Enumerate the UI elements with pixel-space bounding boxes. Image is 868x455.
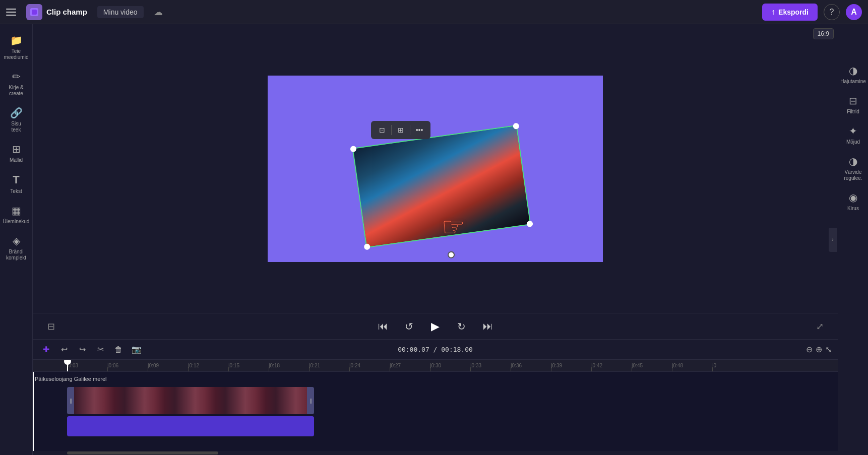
hajutamine-label: Hajutamine <box>840 79 866 85</box>
ruler-marks <box>33 360 838 371</box>
ruler-mark <box>511 360 551 371</box>
menu-button[interactable] <box>6 6 18 18</box>
add-media-button[interactable]: ✚ <box>39 343 53 357</box>
toolbar-divider <box>391 125 392 135</box>
redo-button[interactable]: ↪ <box>75 343 89 357</box>
resize-handle-tl[interactable] <box>350 145 357 152</box>
hajutamine-icon: ◑ <box>849 64 857 77</box>
right-panel-filters[interactable]: ⊟ Filtrid <box>840 91 867 119</box>
media-icon: 📁 <box>10 34 23 46</box>
play-button[interactable]: ▶ <box>427 318 444 335</box>
pip-button[interactable]: ⊞ <box>394 123 408 137</box>
sidebar-item-templates[interactable]: ⊞ Mallid <box>2 139 31 167</box>
cut-button[interactable]: ✂ <box>93 343 107 357</box>
clip-toolbar: ⊡ ⊞ ••• <box>371 121 430 139</box>
sidebar-media-label: Teie meediumid <box>4 48 29 60</box>
sidebar-text-create-label: Kirje & create <box>9 85 23 97</box>
resize-handle-tr[interactable] <box>513 122 520 129</box>
sidebar-transitions-label: Üleminekud <box>3 219 30 225</box>
ruler-mark <box>148 360 188 371</box>
right-sidebar: 16:9 ◑ Hajutamine ⊟ Filtrid ✦ Mõjud ◑ Vä… <box>838 24 868 455</box>
ruler-mark <box>228 360 269 371</box>
forward-button[interactable]: ↻ <box>454 318 470 335</box>
timeline-time-display: 00:00.07 / 00:18.00 <box>398 346 473 353</box>
purple-track[interactable] <box>67 416 314 436</box>
ruler-mark <box>551 360 591 371</box>
screen-capture-button[interactable]: ⊟ <box>43 318 59 335</box>
sidebar-templates-label: Mallid <box>10 157 23 163</box>
brand-icon: ◈ <box>13 235 20 247</box>
sidebar-content-label: Sisu teek <box>11 121 21 133</box>
rewind-button[interactable]: ↺ <box>401 318 417 335</box>
right-panel-color[interactable]: ◑ Värvide regulee. <box>840 151 867 185</box>
sidebar-item-brand[interactable]: ◈ Brändi komplekt <box>2 231 31 265</box>
timeline-scrollbar[interactable] <box>33 451 838 455</box>
right-panel-effects[interactable]: ✦ Mõjud <box>840 121 867 149</box>
left-sidebar: 📁 Teie meediumid ✏ Kirje & create 🔗 Sisu… <box>0 24 33 455</box>
fit-zoom-button[interactable]: ⤡ <box>825 345 832 354</box>
timeline-zoom-controls: ⊖ ⊕ ⤡ <box>806 345 832 354</box>
main-area: 📁 Teie meediumid ✏ Kirje & create 🔗 Sisu… <box>0 24 868 455</box>
avatar-button[interactable]: A <box>846 4 862 20</box>
fullscreen-button[interactable]: ⤢ <box>812 318 828 335</box>
sidebar-item-content[interactable]: 🔗 Sisu teek <box>2 103 31 137</box>
video-track[interactable]: ‖ ‖ <box>67 387 314 414</box>
skip-forward-button[interactable]: ⏭ <box>480 318 496 335</box>
resize-handle-bl[interactable] <box>363 243 370 250</box>
timeline-playhead[interactable] <box>67 360 68 371</box>
zoom-out-button[interactable]: ⊖ <box>806 345 813 354</box>
ruler-mark <box>67 360 107 371</box>
more-options-button[interactable]: ••• <box>412 123 426 137</box>
color-icon: ◑ <box>849 155 857 167</box>
right-panel-hajutamine[interactable]: ◑ Hajutamine <box>840 60 867 89</box>
delete-button[interactable]: 🗑 <box>111 343 126 357</box>
track-handle-left[interactable]: ‖ <box>67 387 74 414</box>
timeline-tracks: Päikeseloojang Galilee merel ‖ ‖ <box>33 372 838 451</box>
right-panel-volume[interactable]: ◉ Kirus <box>840 187 867 216</box>
filters-label: Filtrid <box>847 109 859 115</box>
ruler-mark <box>107 360 148 371</box>
templates-icon: ⊞ <box>12 143 21 155</box>
sidebar-item-text[interactable]: T Tekst <box>2 169 31 199</box>
track-handle-right[interactable]: ‖ <box>307 387 314 414</box>
transitions-icon: ▦ <box>12 205 21 217</box>
ruler-mark <box>269 360 309 371</box>
playback-controls: ⊟ ⏮ ↺ ▶ ↻ ⏭ ⤢ <box>33 313 838 339</box>
ruler-mark <box>309 360 349 371</box>
clip-in-preview[interactable] <box>352 125 531 248</box>
scrollbar-thumb[interactable] <box>67 451 218 454</box>
zoom-in-button[interactable]: ⊕ <box>816 345 822 354</box>
ruler-mark <box>470 360 511 371</box>
cloud-icon: ☁ <box>154 7 163 18</box>
export-button[interactable]: Ekspordi <box>762 4 818 21</box>
track-label: Päikeseloojang Galilee merel <box>35 376 106 382</box>
right-sidebar-collapse-button[interactable]: › <box>829 228 837 252</box>
crop-button[interactable]: ⊡ <box>375 123 389 137</box>
text-icon: T <box>13 173 19 186</box>
timeline-ruler <box>33 360 838 372</box>
svg-rect-1 <box>32 10 37 15</box>
ruler-mark <box>712 360 753 371</box>
undo-button[interactable]: ↩ <box>57 343 71 357</box>
project-name[interactable]: Minu video <box>97 6 144 18</box>
video-preview: ⊡ ⊞ ••• ☞ <box>33 24 838 313</box>
rotate-handle[interactable] <box>447 250 455 258</box>
sidebar-brand-label: Brändi komplekt <box>6 249 26 261</box>
track-content <box>74 387 307 414</box>
sidebar-item-text-create[interactable]: ✏ Kirje & create <box>2 67 31 101</box>
topbar-right: Ekspordi ? A <box>762 4 862 21</box>
effects-icon: ✦ <box>849 125 857 137</box>
tracks-playhead-line <box>33 372 34 451</box>
sidebar-item-media[interactable]: 📁 Teie meediumid <box>2 30 31 64</box>
ruler-mark <box>390 360 430 371</box>
resize-handle-br[interactable] <box>526 220 533 227</box>
logo-icon <box>26 4 42 20</box>
sidebar-item-transitions[interactable]: ▦ Üleminekud <box>2 201 31 229</box>
timeline-toolbar: ✚ ↩ ↪ ✂ 🗑 📷 00:00.07 / 00:18.00 ⊖ ⊕ ⤡ <box>33 340 838 360</box>
skip-back-button[interactable]: ⏮ <box>375 318 391 335</box>
content-icon: 🔗 <box>10 107 23 119</box>
color-label: Värvide regulee. <box>843 169 864 181</box>
help-button[interactable]: ? <box>824 4 840 20</box>
snapshot-button[interactable]: 📷 <box>130 343 144 357</box>
volume-label: Kirus <box>847 206 859 212</box>
